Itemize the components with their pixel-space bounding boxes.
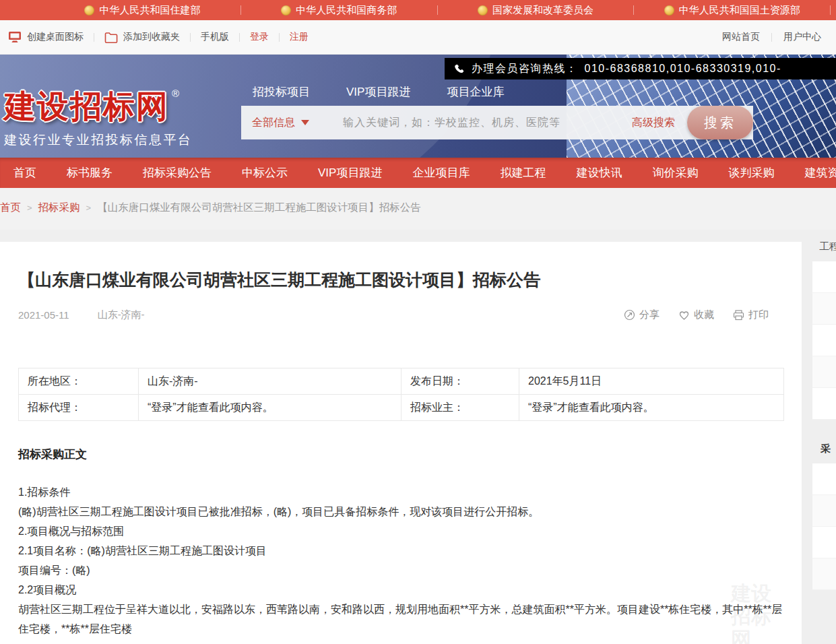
gov-link-shangwubu[interactable]: 中华人民共和国商务部 (241, 4, 437, 17)
add-favorite-label: 添加到收藏夹 (123, 31, 180, 43)
nav-negotiation-procurement[interactable]: 谈判采购 (728, 165, 774, 181)
breadcrumb-home[interactable]: 首页 (0, 201, 21, 215)
sidebar-panel (812, 261, 836, 420)
list-item[interactable] (812, 325, 836, 356)
info-value: “登录”才能查看此项内容。 (139, 395, 401, 421)
login-label: 登录 (250, 31, 269, 43)
list-item[interactable] (812, 293, 836, 325)
search-input[interactable] (309, 116, 632, 129)
article-actions: 分享 收藏 打印 (624, 309, 783, 321)
list-item[interactable] (812, 356, 836, 388)
article-card: 【山东唐口煤业有限公司胡营社区三期工程施工图设计项目】招标公告 2021-05-… (0, 242, 802, 644)
info-value: 山东-济南- (139, 368, 401, 395)
national-emblem-icon (478, 5, 488, 15)
search-bar: 全部信息 高级搜索 搜索 (241, 106, 753, 139)
national-emblem-icon (664, 5, 674, 15)
phone-icon (453, 63, 465, 75)
nav-award-publicity[interactable]: 中标公示 (242, 165, 288, 181)
article-meta: 2021-05-11 山东-济南- 分享 收藏 打印 (18, 309, 783, 321)
create-desktop-shortcut-label: 创建桌面图标 (27, 31, 84, 43)
mobile-version-label: 手机版 (201, 31, 229, 43)
info-label: 招标代理： (19, 395, 139, 421)
favorite-button[interactable]: 收藏 (678, 309, 714, 321)
list-item[interactable] (812, 463, 836, 495)
search-category-label: 全部信息 (252, 116, 295, 130)
content-area: 【山东唐口煤业有限公司胡营社区三期工程施工图设计项目】招标公告 2021-05-… (0, 230, 836, 644)
info-label: 所在地区： (19, 368, 139, 395)
registered-mark: ® (172, 88, 179, 99)
gov-link-zhujianbu[interactable]: 中华人民共和国住建部 (44, 4, 240, 17)
advanced-search-link[interactable]: 高级搜索 (632, 116, 675, 130)
print-button[interactable]: 打印 (733, 309, 769, 321)
page-title: 【山东唐口煤业有限公司胡营社区三期工程施工图设计项目】招标公告 (18, 268, 783, 291)
member-hotline-bar: 办理会员咨询热线： 010-68368810,010-68330319,010- (445, 58, 836, 79)
favorite-label: 收藏 (694, 309, 714, 321)
nav-enterprise-library[interactable]: 企业项目库 (412, 165, 470, 181)
info-value: 2021年5月11日 (519, 368, 784, 395)
right-sidebar: 工程 采 (812, 230, 836, 644)
create-desktop-shortcut-button[interactable]: 创建桌面图标 (8, 31, 84, 43)
user-center-link[interactable]: 用户中心 (783, 31, 821, 43)
header-tabs: 招投标项目 VIP项目跟进 项目企业库 (253, 84, 504, 100)
register-label: 注册 (290, 31, 309, 43)
table-row: 招标代理： “登录”才能查看此项内容。 招标业主： “登录”才能查看此项内容。 (19, 395, 784, 421)
nav-inquiry-procurement[interactable]: 询价采购 (652, 165, 698, 181)
national-emblem-icon (84, 5, 94, 15)
national-emblem-icon (281, 5, 291, 15)
list-item[interactable] (812, 527, 836, 558)
info-label: 招标业主： (401, 395, 519, 421)
breadcrumb-section[interactable]: 招标采购 (38, 201, 80, 215)
body-paragraph: 2.1项目名称：(略)胡营社区三期工程施工图设计项目 (18, 541, 783, 560)
register-link[interactable]: 注册 (290, 31, 309, 43)
nav-vip-follow[interactable]: VIP项目跟进 (318, 165, 382, 181)
body-paragraph: 胡营社区三期工程位于呈祥大道以北，安福路以东，西苇路以南，安和路以西，规划用地面… (18, 600, 783, 639)
list-item[interactable] (812, 261, 836, 293)
body-paragraph: 2.2项目概况 (18, 580, 783, 600)
divider (830, 5, 831, 15)
nav-construction-news[interactable]: 建设快讯 (576, 165, 622, 181)
breadcrumb-current: 【山东唐口煤业有限公司胡营社区三期工程施工图设计项目】招标公告 (97, 201, 421, 215)
site-logo: 建设招标网® (4, 75, 193, 125)
publish-date: 2021-05-11 (18, 309, 69, 321)
gov-link-fagaiwei[interactable]: 国家发展和改革委员会 (438, 4, 634, 17)
search-category-dropdown[interactable]: 全部信息 (252, 116, 309, 130)
gov-links-bar: 中华人民共和国住建部 中华人民共和国商务部 国家发展和改革委员会 中华人民共和国… (0, 0, 836, 20)
tab-vip-follow[interactable]: VIP项目跟进 (346, 84, 410, 100)
search-button[interactable]: 搜索 (687, 106, 753, 139)
login-link[interactable]: 登录 (250, 31, 269, 43)
nav-bid-documents[interactable]: 标书服务 (67, 165, 112, 181)
list-item[interactable] (812, 558, 836, 590)
hotline-numbers: 010-68368810,010-68330319,010- (585, 63, 781, 75)
heart-icon (678, 310, 690, 321)
share-icon (624, 309, 635, 321)
divider (94, 33, 94, 42)
mobile-version-link[interactable]: 手机版 (201, 31, 229, 43)
monitor-icon (8, 31, 22, 43)
divider (279, 33, 280, 42)
tab-enterprise-library[interactable]: 项目企业库 (447, 84, 504, 100)
gov-link-guotuziyuanbu[interactable]: 中华人民共和国国土资源部 (634, 4, 830, 17)
add-favorite-button[interactable]: 添加到收藏夹 (104, 31, 180, 43)
nav-construction-info[interactable]: 建筑资讯 (804, 165, 836, 181)
body-paragraph: (略)胡营社区三期工程施工图设计项目已被批准招标，(略)，项目已具备招标条件，现… (18, 502, 783, 521)
breadcrumb-separator: > (27, 203, 32, 213)
caret-down-icon (301, 120, 309, 125)
site-home-link[interactable]: 网站首页 (722, 31, 760, 43)
tab-tender-projects[interactable]: 招投标项目 (253, 84, 310, 100)
nav-home[interactable]: 首页 (13, 165, 36, 181)
body-paragraph: 1.招标条件 (18, 482, 783, 502)
logo-area[interactable]: 建设招标网® 建设行业专业招投标信息平台 (4, 75, 193, 149)
divider (239, 33, 240, 42)
main-nav: 首页 标书服务 招标采购公告 中标公示 VIP项目跟进 企业项目库 拟建工程 建… (0, 158, 836, 188)
body-section-heading: 招标采购正文 (18, 447, 783, 462)
nav-planned-projects[interactable]: 拟建工程 (500, 165, 546, 181)
share-button[interactable]: 分享 (624, 309, 660, 321)
list-item[interactable] (812, 388, 836, 420)
share-label: 分享 (639, 309, 660, 321)
body-paragraph: 项目编号：(略) (18, 560, 783, 580)
nav-tender-announcements[interactable]: 招标采购公告 (143, 165, 212, 181)
toolbar-left: 创建桌面图标 添加到收藏夹 手机版 登录 注册 (0, 31, 309, 43)
list-item[interactable] (812, 495, 836, 527)
info-table: 所在地区： 山东-济南- 发布日期： 2021年5月11日 招标代理： “登录”… (18, 368, 784, 421)
sidebar-panel (812, 463, 836, 590)
